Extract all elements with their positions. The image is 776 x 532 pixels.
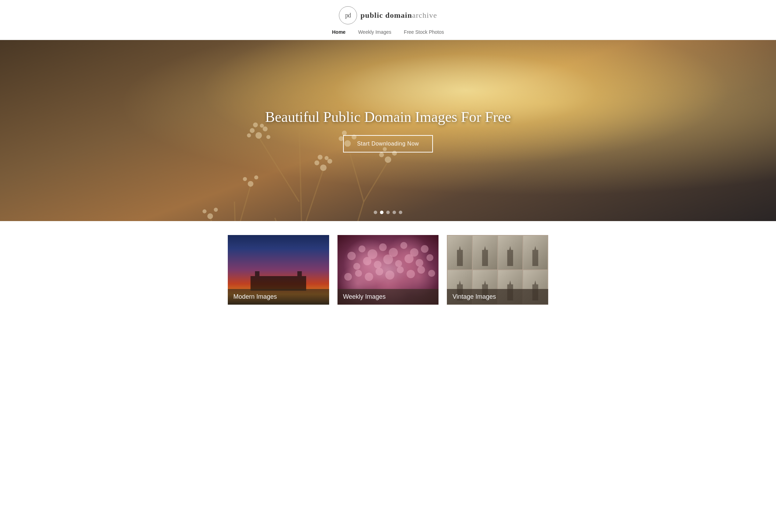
card-vintage[interactable]: Vintage Images [447, 235, 548, 305]
vintage-cell-4 [523, 236, 548, 269]
svg-point-54 [355, 270, 362, 277]
logo-brand-bold: public domain [360, 11, 412, 19]
card-modern-label: Modern Images [228, 289, 329, 305]
svg-point-46 [363, 257, 371, 265]
logo-circle: pd [339, 6, 357, 24]
svg-point-45 [353, 263, 360, 270]
nav-item-free-stock[interactable]: Free Stock Photos [404, 29, 444, 35]
svg-point-60 [417, 266, 425, 274]
hero-dot-3[interactable] [386, 211, 390, 214]
hero-title: Beautiful Public Domain Images For Free [265, 109, 511, 125]
svg-point-57 [385, 271, 394, 280]
svg-point-42 [400, 242, 407, 249]
svg-point-53 [344, 273, 352, 281]
svg-point-55 [365, 273, 373, 281]
svg-point-38 [358, 245, 365, 252]
svg-point-40 [379, 243, 387, 251]
site-header: pd public domainarchive Home Weekly Imag… [0, 0, 776, 40]
svg-point-61 [428, 270, 435, 277]
vintage-cell-1 [448, 236, 472, 269]
svg-point-58 [397, 266, 404, 273]
card-weekly-label: Weekly Images [337, 289, 439, 305]
hero-dot-1[interactable] [374, 211, 377, 214]
svg-point-44 [421, 245, 428, 253]
svg-point-56 [375, 268, 383, 275]
hero-dot-2[interactable] [380, 211, 383, 214]
hero-dot-4[interactable] [393, 211, 396, 214]
hero-dot-5[interactable] [399, 211, 402, 214]
svg-point-51 [416, 259, 423, 267]
svg-point-48 [383, 255, 393, 264]
logo-brand-light: archive [412, 11, 437, 19]
hero-dots [374, 211, 402, 214]
main-nav: Home Weekly Images Free Stock Photos [332, 29, 444, 40]
nav-item-weekly[interactable]: Weekly Images [358, 29, 391, 35]
card-weekly[interactable]: Weekly Images [337, 235, 439, 305]
card-vintage-label: Vintage Images [447, 289, 548, 305]
logo-initials: pd [345, 12, 351, 19]
vintage-cell-2 [473, 236, 497, 269]
hero-content: Beautiful Public Domain Images For Free … [0, 40, 776, 221]
svg-point-37 [347, 252, 356, 260]
svg-point-50 [404, 254, 413, 263]
svg-point-47 [374, 261, 381, 268]
svg-point-59 [406, 270, 415, 278]
card-modern[interactable]: Modern Images [228, 235, 329, 305]
logo: pd public domainarchive [339, 6, 437, 24]
nav-item-home[interactable]: Home [332, 29, 346, 35]
svg-point-52 [426, 254, 433, 261]
logo-text: public domainarchive [360, 11, 437, 20]
cta-button[interactable]: Start Downloading Now [343, 135, 433, 152]
hero-section: Beautiful Public Domain Images For Free … [0, 40, 776, 221]
vintage-cell-3 [498, 236, 522, 269]
card-grid: Modern Images [221, 235, 555, 305]
svg-point-49 [395, 260, 402, 267]
